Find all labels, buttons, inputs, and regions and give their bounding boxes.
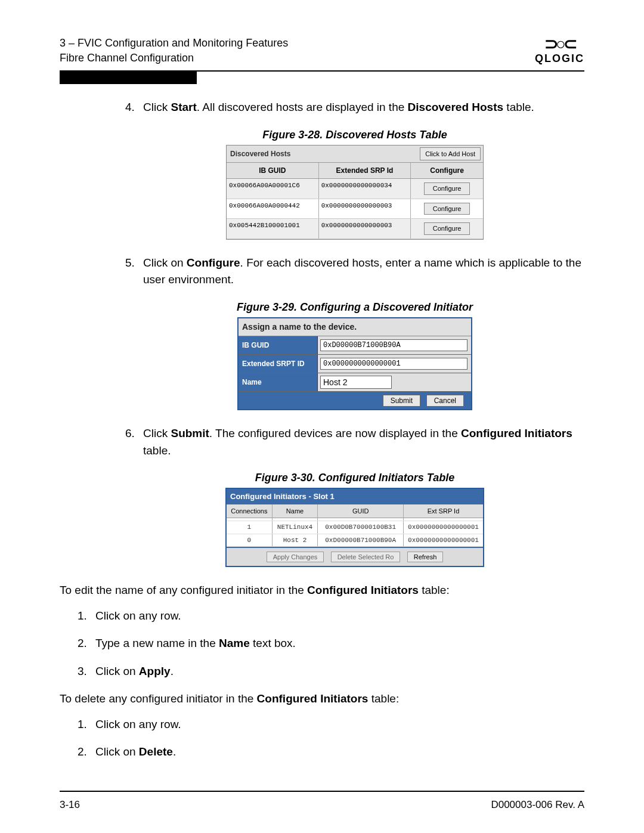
step-5: 5. Click on Configure. For each discover… [125, 255, 584, 289]
assign-label-guid: IB GUID [239, 336, 318, 354]
assign-name-dialog: Assign a name to the device. IB GUID Ext… [237, 317, 472, 411]
assign-title: Assign a name to the device. [239, 318, 471, 336]
figure-3-28-caption: Figure 3-28. Discovered Hosts Table [125, 127, 584, 143]
logo-text: QLOGIC [535, 52, 584, 64]
step-4: 4. Click Start. All discovered hosts are… [125, 99, 584, 116]
delete-step-1: 1.Click on any row. [78, 716, 584, 733]
header-line2: Fibre Channel Configuration [60, 51, 288, 66]
configure-button[interactable]: Configure [424, 182, 470, 195]
figure-3-30-caption: Figure 3-30. Configured Initiators Table [125, 470, 584, 486]
assign-label-srpt: Extended SRPT ID [239, 355, 318, 373]
edit-intro: To edit the name of any configured initi… [60, 582, 584, 599]
configure-button[interactable]: Configure [424, 222, 470, 235]
dh-col-guid: IB GUID [227, 163, 319, 178]
edit-step-3: 3.Click on Apply. [78, 663, 584, 680]
dh-col-srp: Extended SRP Id [319, 163, 411, 178]
figure-3-29-caption: Figure 3-29. Configuring a Discovered In… [125, 299, 584, 315]
edit-step-1: 1.Click on any row. [78, 608, 584, 625]
page-header: 3 – FVIC Configuration and Monitoring Fe… [60, 36, 584, 72]
header-line1: 3 – FVIC Configuration and Monitoring Fe… [60, 36, 288, 51]
ci-title: Configured Initiators - Slot 1 [227, 489, 483, 504]
delete-intro: To delete any configured initiator in th… [60, 690, 584, 708]
doc-revision: D000003-006 Rev. A [491, 799, 584, 811]
assign-label-name: Name [239, 373, 318, 391]
configure-button[interactable]: Configure [424, 203, 470, 215]
logo-icon: ⊃○⊂ [535, 36, 584, 52]
discovered-hosts-table: Discovered Hosts Click to Add Host IB GU… [226, 145, 484, 240]
ci-row[interactable]: 0 Host 2 0xD00000B71000B90A 0x0000000000… [227, 534, 483, 547]
ext-srpt-input[interactable] [320, 358, 467, 370]
apply-changes-button[interactable]: Apply Changes [267, 552, 324, 562]
add-host-button[interactable]: Click to Add Host [420, 147, 481, 161]
dh-row: 0x005442B100001001 0x0000000000000003 Co… [227, 219, 483, 239]
dh-title: Discovered Hosts [227, 146, 294, 162]
dh-row: 0x00066A00A00001C6 0x0000000000000034 Co… [227, 179, 483, 199]
ci-col-connections: Connections [227, 504, 273, 518]
ci-col-guid: GUID [318, 504, 404, 518]
ci-col-srp: Ext SRP Id [404, 504, 483, 518]
page-footer: 3-16 D000003-006 Rev. A [60, 791, 584, 811]
ib-guid-input[interactable] [320, 339, 467, 351]
refresh-button[interactable]: Refresh [407, 552, 444, 562]
dh-row: 0x00066A00A0000442 0x0000000000000003 Co… [227, 199, 483, 219]
cancel-button[interactable]: Cancel [426, 395, 464, 407]
submit-button[interactable]: Submit [383, 395, 420, 407]
configured-initiators-table: Configured Initiators - Slot 1 Connectio… [225, 488, 484, 567]
name-input[interactable] [320, 376, 392, 389]
page-number: 3-16 [60, 799, 80, 811]
header-redaction-bar [60, 71, 197, 84]
delete-step-2: 2.Click on Delete. [78, 744, 584, 761]
edit-step-2: 2.Type a new name in the Name text box. [78, 635, 584, 652]
qlogic-logo: ⊃○⊂ QLOGIC [535, 36, 584, 65]
step-6: 6. Click Submit. The configured devices … [125, 425, 584, 459]
ci-row[interactable]: 1 NETLinux4 0x00D0B70000100B31 0x0000000… [227, 521, 483, 534]
delete-selected-button[interactable]: Delete Selected Ro [331, 552, 401, 562]
ci-col-name: Name [273, 504, 318, 518]
dh-col-configure: Configure [411, 163, 483, 178]
